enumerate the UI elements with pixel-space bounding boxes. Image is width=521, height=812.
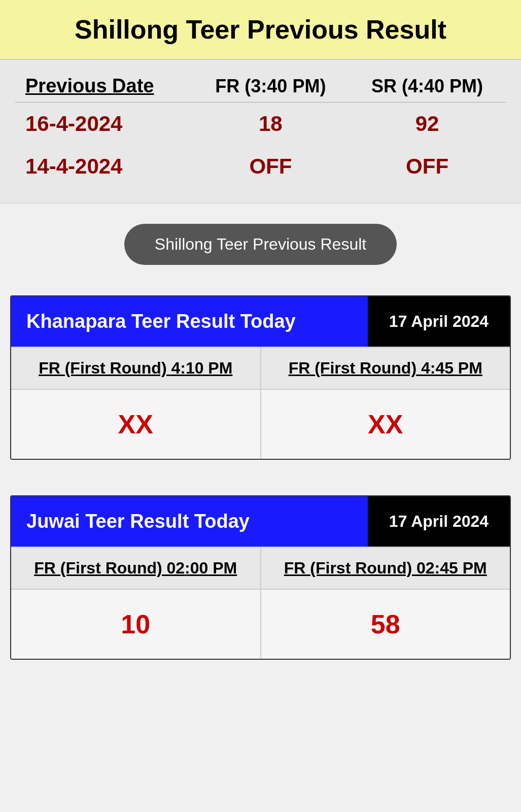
prev-result-button[interactable]: Shillong Teer Previous Result [124,224,397,265]
prev-date-col-header: Previous Date [15,70,193,103]
khanapara-card: Khanapara Teer Result Today 17 April 202… [10,295,511,460]
row2-sr: OFF [349,145,506,188]
table-row: 14-4-2024 OFF OFF [15,145,506,188]
khanapara-title: Khanapara Teer Result Today [11,296,368,347]
row1-date: 16-4-2024 [15,103,193,146]
juwai-col2-value: 58 [261,590,510,659]
row1-fr: 18 [193,103,349,146]
khanapara-col2: FR (First Round) 4:45 PM XX [261,348,510,459]
prev-result-section: Previous Date FR (3:40 PM) SR (4:40 PM) … [0,60,521,204]
button-section: Shillong Teer Previous Result [0,204,521,285]
khanapara-col1-header: FR (First Round) 4:10 PM [11,348,260,390]
juwai-date: 17 April 2024 [368,496,510,547]
table-row: 16-4-2024 18 92 [15,103,506,146]
juwai-card: Juwai Teer Result Today 17 April 2024 FR… [10,495,511,660]
khanapara-col2-value: XX [261,390,510,459]
row2-date: 14-4-2024 [15,145,193,188]
khanapara-col2-header: FR (First Round) 4:45 PM [261,348,510,390]
main-title: Shillong Teer Previous Result [10,14,511,45]
page-wrapper: Shillong Teer Previous Result Previous D… [0,0,521,660]
juwai-col1-value: 10 [11,590,260,659]
juwai-title: Juwai Teer Result Today [11,496,368,547]
prev-result-table: Previous Date FR (3:40 PM) SR (4:40 PM) … [15,70,506,188]
row1-sr: 92 [349,103,506,146]
khanapara-date: 17 April 2024 [368,296,510,347]
juwai-card-header: Juwai Teer Result Today 17 April 2024 [11,496,510,547]
khanapara-card-header: Khanapara Teer Result Today 17 April 202… [11,296,510,347]
juwai-col2-header: FR (First Round) 02:45 PM [261,548,510,590]
sr-col-header: SR (4:40 PM) [349,70,506,103]
khanapara-col1: FR (First Round) 4:10 PM XX [11,348,261,459]
main-header: Shillong Teer Previous Result [0,0,521,60]
juwai-card-body: FR (First Round) 02:00 PM 10 FR (First R… [11,547,510,659]
juwai-col2: FR (First Round) 02:45 PM 58 [261,548,510,659]
fr-col-header: FR (3:40 PM) [193,70,349,103]
khanapara-col1-value: XX [11,390,260,459]
juwai-col1-header: FR (First Round) 02:00 PM [11,548,260,590]
khanapara-card-body: FR (First Round) 4:10 PM XX FR (First Ro… [11,347,510,459]
row2-fr: OFF [193,145,349,188]
juwai-col1: FR (First Round) 02:00 PM 10 [11,548,261,659]
